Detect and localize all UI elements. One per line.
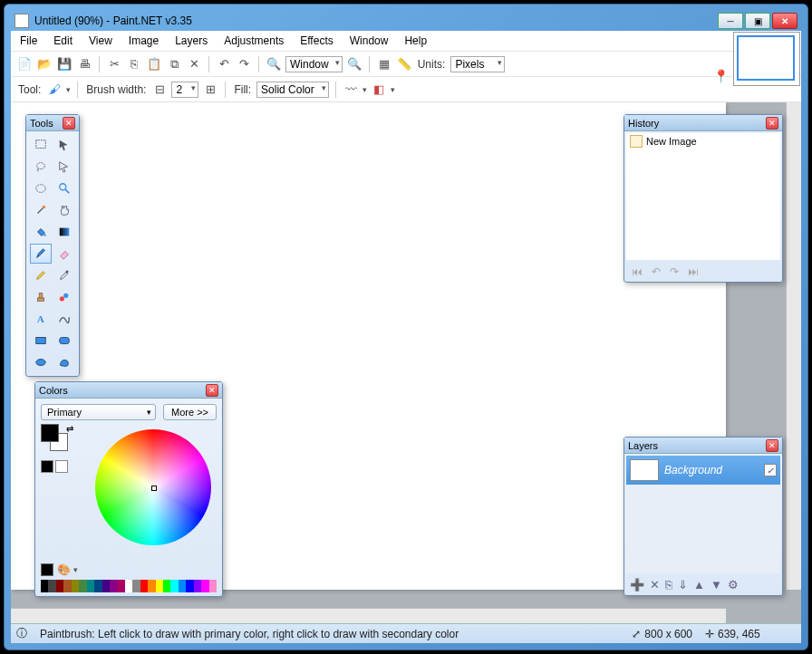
tool-ellipse-select[interactable] (30, 178, 52, 198)
tool-clone-stamp[interactable] (30, 287, 52, 307)
primary-secondary-swatches[interactable]: ⇄ (41, 424, 73, 457)
document-thumbnail[interactable] (737, 35, 795, 81)
palette-color[interactable] (72, 580, 79, 592)
copy-icon[interactable]: ⎘ (126, 56, 142, 72)
tool-lasso[interactable] (30, 157, 52, 177)
print-icon[interactable]: 🖶 (76, 56, 92, 72)
tool-pan[interactable] (53, 200, 75, 220)
palette-color[interactable] (194, 580, 201, 592)
zoom-out-icon[interactable]: 🔍 (266, 56, 282, 72)
units-combo[interactable]: Pixels (450, 56, 505, 72)
titlebar[interactable]: Untitled (90%) - Paint.NET v3.35 ─ ▣ ✕ (11, 11, 801, 31)
primary-color-swatch[interactable] (41, 424, 59, 442)
palette-color[interactable] (179, 580, 186, 592)
menu-window[interactable]: Window (350, 34, 389, 47)
tools-panel-close-button[interactable]: ✕ (63, 117, 75, 130)
grid-icon[interactable]: ▦ (376, 56, 392, 72)
ruler-icon[interactable]: 📏 (396, 56, 412, 72)
palette-menu-icon[interactable]: 🎨 (57, 563, 70, 576)
tool-eraser[interactable] (53, 244, 75, 264)
tool-rect-select[interactable] (30, 135, 52, 155)
palette-color[interactable] (186, 580, 193, 592)
brush-width-plus-button[interactable]: ⊞ (202, 82, 218, 98)
palette-color[interactable] (140, 580, 148, 592)
tool-paint-bucket[interactable] (30, 222, 52, 242)
tool-ellipse[interactable] (30, 352, 52, 372)
deselect-icon[interactable]: ✕ (186, 56, 202, 72)
delete-layer-button[interactable]: ✕ (650, 578, 660, 591)
new-file-icon[interactable]: 📄 (16, 56, 33, 72)
palette-color[interactable] (41, 580, 48, 592)
close-button[interactable]: ✕ (772, 13, 798, 29)
swap-colors-icon[interactable]: ⇄ (66, 424, 73, 434)
add-layer-button[interactable]: ➕ (630, 578, 644, 591)
menu-view[interactable]: View (89, 34, 112, 47)
maximize-button[interactable]: ▣ (745, 13, 770, 29)
palette-color[interactable] (117, 580, 124, 592)
tool-freeform[interactable] (53, 352, 75, 372)
palette-strip[interactable] (41, 580, 217, 592)
layers-panel-close-button[interactable]: ✕ (766, 439, 778, 452)
antialias-icon[interactable]: 〰 (343, 82, 359, 98)
current-color-swatch[interactable] (41, 563, 53, 576)
tool-rectangle[interactable] (30, 331, 52, 351)
vertical-scrollbar[interactable] (786, 102, 801, 590)
menu-effects[interactable]: Effects (300, 34, 333, 47)
tool-recolor[interactable] (53, 287, 75, 307)
move-layer-up-button[interactable]: ▲ (693, 578, 705, 591)
tool-move-selection[interactable] (53, 135, 75, 155)
tools-panel[interactable]: Tools ✕ A (25, 114, 80, 377)
cut-icon[interactable]: ✂ (106, 56, 122, 72)
tool-rounded-rect[interactable] (53, 331, 75, 351)
open-file-icon[interactable]: 📂 (36, 56, 53, 72)
save-file-icon[interactable]: 💾 (56, 56, 72, 72)
brush-width-value[interactable]: 2 (171, 82, 198, 98)
tool-zoom[interactable] (53, 178, 75, 198)
colors-more-button[interactable]: More >> (163, 404, 217, 420)
palette-color[interactable] (156, 580, 163, 592)
palette-color[interactable] (132, 580, 140, 592)
blend-mode-icon[interactable]: ◧ (371, 82, 387, 98)
color-wheel-cursor[interactable] (151, 486, 157, 491)
menu-adjustments[interactable]: Adjustments (224, 34, 284, 47)
palette-color[interactable] (163, 580, 170, 592)
menu-image[interactable]: Image (129, 34, 159, 47)
palette-color[interactable] (79, 580, 86, 592)
layer-visible-checkbox[interactable]: ✓ (764, 464, 777, 476)
minimize-button[interactable]: ─ (718, 13, 743, 29)
palette-color[interactable] (148, 580, 155, 592)
history-panel-close-button[interactable]: ✕ (766, 117, 778, 130)
palette-color[interactable] (63, 580, 71, 592)
menu-file[interactable]: File (20, 34, 37, 47)
menu-edit[interactable]: Edit (53, 34, 72, 47)
layers-panel[interactable]: Layers ✕ Background ✓ ➕ ✕ ⎘ ⇓ ▲ ▼ ⚙ (624, 437, 783, 596)
brush-width-minus-button[interactable]: ⊟ (151, 82, 168, 98)
move-layer-down-button[interactable]: ▼ (710, 578, 722, 591)
zoom-window-combo[interactable]: Window (285, 56, 343, 72)
history-redo-button[interactable]: ↷ (670, 265, 679, 278)
palette-color[interactable] (209, 580, 217, 592)
redo-icon[interactable]: ↷ (236, 56, 252, 72)
palette-color[interactable] (94, 580, 102, 592)
menu-layers[interactable]: Layers (175, 34, 208, 47)
palette-color[interactable] (48, 580, 55, 592)
color-mode-combo[interactable]: Primary (41, 404, 156, 420)
tool-pencil[interactable] (30, 265, 52, 285)
current-tool-icon[interactable]: 🖌 (46, 82, 63, 98)
tool-text[interactable]: A (30, 309, 52, 329)
history-rewind-button[interactable]: ⏮ (632, 265, 643, 278)
fill-combo[interactable]: Solid Color (256, 82, 329, 98)
menu-help[interactable]: Help (404, 34, 427, 47)
tool-paintbrush[interactable] (30, 244, 52, 264)
undo-icon[interactable]: ↶ (216, 56, 232, 72)
colors-panel[interactable]: Colors ✕ Primary More >> ⇄ 🎨 ▾ (34, 381, 223, 597)
layer-properties-button[interactable]: ⚙ (728, 578, 739, 591)
history-forward-button[interactable]: ⏭ (688, 265, 699, 278)
palette-color[interactable] (110, 580, 117, 592)
merge-down-button[interactable]: ⇓ (678, 578, 688, 591)
tool-gradient[interactable] (53, 222, 75, 242)
colors-panel-close-button[interactable]: ✕ (206, 384, 218, 397)
zoom-in-icon[interactable]: 🔍 (346, 56, 362, 72)
palette-color[interactable] (125, 580, 132, 592)
tool-color-picker[interactable] (53, 265, 75, 285)
